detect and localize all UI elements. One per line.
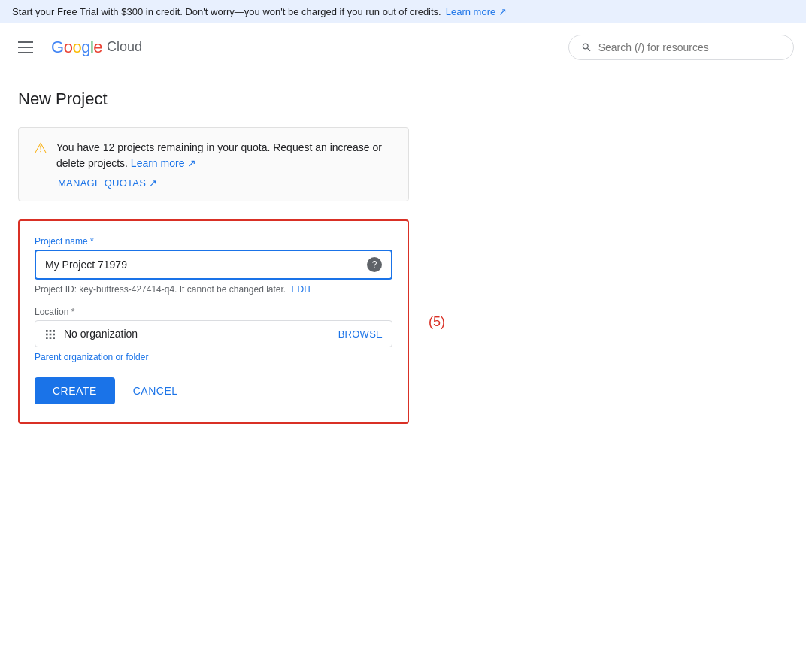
search-bar[interactable] (568, 35, 794, 60)
google-cloud-logo[interactable]: Google Cloud (51, 38, 142, 57)
project-name-input-wrapper: ? (35, 250, 392, 280)
header: Google Cloud (0, 23, 806, 71)
hamburger-line (18, 52, 33, 53)
edit-project-id-link[interactable]: EDIT (292, 284, 312, 295)
page-content: New Project ⚠ You have 12 projects remai… (0, 71, 601, 442)
top-banner: Start your Free Trial with $300 in credi… (0, 0, 806, 23)
logo-cloud-text: Cloud (107, 39, 142, 55)
learn-more-quota-link[interactable]: Learn more ↗ (131, 157, 196, 169)
location-field-group: Location * No organization BROWSE Parent… (35, 307, 392, 362)
help-icon[interactable]: ? (367, 257, 382, 272)
create-button[interactable]: CREATE (35, 377, 115, 404)
location-value: No organization (64, 328, 338, 340)
manage-quotas-link[interactable]: MANAGE QUOTAS ↗ (58, 177, 393, 189)
learn-more-banner-link[interactable]: Learn more ↗ (446, 6, 507, 17)
parent-hint: Parent organization or folder (35, 352, 392, 362)
cancel-button[interactable]: CANCEL (121, 377, 190, 404)
project-name-input[interactable] (45, 259, 367, 271)
project-name-field-group: Project name * ? Project ID: key-buttres… (35, 236, 392, 295)
hamburger-line (18, 47, 33, 48)
form-button-row: CREATE CANCEL (35, 377, 392, 404)
external-link-icon: ↗ (498, 6, 507, 17)
quota-warning-box: ⚠ You have 12 projects remaining in your… (18, 127, 409, 201)
browse-location-link[interactable]: BROWSE (338, 328, 383, 340)
hamburger-line (18, 41, 33, 43)
external-link-icon: ↗ (149, 177, 157, 189)
search-input[interactable] (598, 41, 781, 53)
location-label: Location * (35, 307, 392, 317)
organization-grid-icon (44, 327, 56, 341)
banner-text: Start your Free Trial with $300 in credi… (12, 6, 441, 17)
warning-row: ⚠ You have 12 projects remaining in your… (34, 140, 393, 171)
page-title: New Project (18, 89, 583, 109)
warning-message: You have 12 projects remaining in your q… (56, 140, 393, 171)
location-input-wrapper: No organization BROWSE (35, 320, 392, 347)
external-link-icon: ↗ (187, 157, 196, 169)
search-icon (581, 41, 592, 53)
warning-icon: ⚠ (34, 141, 47, 156)
new-project-form: (5) Project name * ? Project ID: key-but… (18, 219, 409, 424)
project-name-label: Project name * (35, 236, 392, 247)
hamburger-menu-button[interactable] (12, 35, 39, 59)
logo-text: Google (51, 38, 102, 57)
step-indicator: (5) (429, 314, 445, 330)
project-id-text: Project ID: key-buttress-427414-q4. It c… (35, 284, 392, 295)
